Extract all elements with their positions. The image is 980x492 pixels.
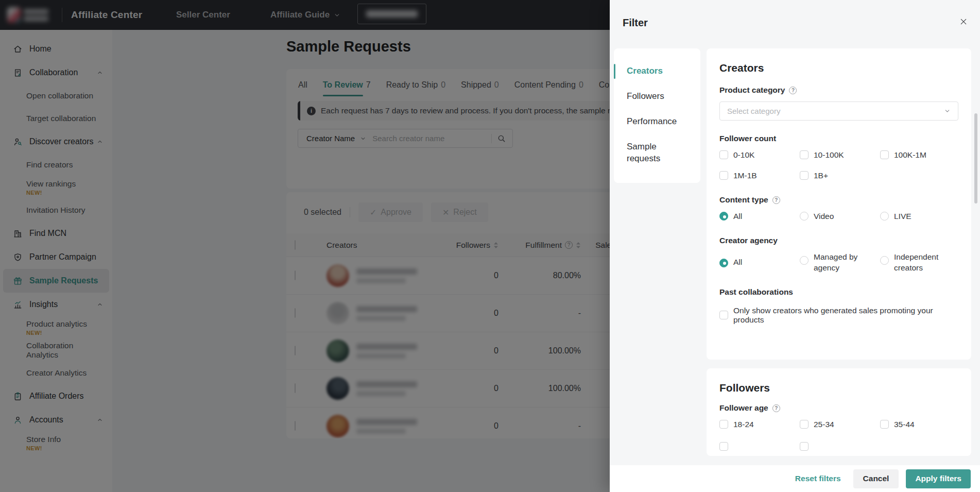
- radio-selected[interactable]: [719, 259, 728, 267]
- reset-filters-button[interactable]: Reset filters: [795, 474, 841, 483]
- creator-agency-label: Creator agency: [719, 236, 778, 245]
- close-icon[interactable]: [958, 16, 969, 27]
- radio[interactable]: [800, 212, 809, 220]
- follower-age-partial-row: [719, 442, 958, 451]
- checkbox[interactable]: [719, 442, 728, 451]
- product-category-select[interactable]: Select category: [719, 101, 958, 121]
- past-collaborations-checkbox[interactable]: Only show creators who generated sales p…: [719, 306, 958, 325]
- follower-count-label: Follower count: [719, 134, 776, 143]
- product-category-label: Product category: [719, 86, 785, 95]
- creators-filter-section: Creators Product category ? Select categ…: [707, 48, 971, 360]
- radio[interactable]: [880, 212, 889, 220]
- creator-agency-independent[interactable]: Independent creators: [880, 252, 958, 273]
- checkbox[interactable]: [719, 311, 728, 319]
- section-heading: Creators: [719, 62, 958, 74]
- creator-agency-managed[interactable]: Managed by agency: [800, 252, 880, 273]
- filter-footer: Reset filters Cancel Apply filters: [610, 465, 980, 492]
- question-icon[interactable]: ?: [772, 404, 780, 412]
- checkbox[interactable]: [800, 150, 809, 159]
- checkbox[interactable]: [880, 150, 889, 159]
- follower-count-10-100k[interactable]: 10-100K: [800, 150, 880, 160]
- checkbox[interactable]: [719, 420, 728, 429]
- past-collaborations-label: Past collaborations: [719, 287, 793, 297]
- filter-menu-followers[interactable]: Followers: [614, 84, 700, 109]
- content-type-video[interactable]: Video: [800, 211, 880, 222]
- question-icon[interactable]: ?: [789, 87, 797, 94]
- radio[interactable]: [880, 256, 889, 265]
- filter-section-menu: Creators Followers Performance Sample re…: [614, 48, 700, 183]
- checkbox[interactable]: [800, 171, 809, 180]
- follower-count-100k-1m[interactable]: 100K-1M: [880, 150, 958, 160]
- scrollbar-thumb[interactable]: [974, 113, 977, 203]
- chevron-down-icon: [944, 108, 951, 114]
- section-heading: Followers: [719, 382, 958, 394]
- follower-age-label: Follower age: [719, 403, 768, 413]
- content-type-live[interactable]: LIVE: [880, 211, 958, 222]
- follower-age-25-34[interactable]: 25-34: [800, 419, 880, 430]
- question-icon[interactable]: ?: [772, 196, 780, 204]
- checkbox[interactable]: [800, 442, 809, 451]
- filter-menu-sample-requests[interactable]: Sample requests: [614, 134, 676, 172]
- radio[interactable]: [800, 256, 809, 265]
- filter-menu-creators[interactable]: Creators: [614, 59, 700, 84]
- follower-count-1b-plus[interactable]: 1B+: [800, 171, 880, 181]
- filter-title: Filter: [623, 17, 648, 29]
- follower-age-18-24[interactable]: 18-24: [719, 419, 800, 430]
- radio-selected[interactable]: [719, 212, 728, 220]
- follower-count-0-10k[interactable]: 0-10K: [719, 150, 800, 160]
- cancel-button[interactable]: Cancel: [853, 469, 899, 488]
- follower-age-35-44[interactable]: 35-44: [880, 419, 958, 430]
- apply-filters-button[interactable]: Apply filters: [906, 469, 971, 488]
- filter-panel: Filter Creators Followers Performance Sa…: [610, 0, 980, 492]
- checkbox[interactable]: [800, 420, 809, 429]
- filter-menu-performance[interactable]: Performance: [614, 109, 700, 134]
- followers-filter-section: Followers Follower age ? 18-24 25-34 35-…: [707, 368, 971, 456]
- checkbox[interactable]: [880, 420, 889, 429]
- content-type-all[interactable]: All: [719, 211, 800, 222]
- checkbox[interactable]: [719, 171, 728, 180]
- follower-count-1m-1b[interactable]: 1M-1B: [719, 171, 800, 181]
- content-type-label: Content type: [719, 195, 768, 205]
- checkbox[interactable]: [719, 150, 728, 159]
- creator-agency-all[interactable]: All: [719, 257, 800, 267]
- app-window: Affiliate Center Seller Center Affiliate…: [0, 0, 980, 492]
